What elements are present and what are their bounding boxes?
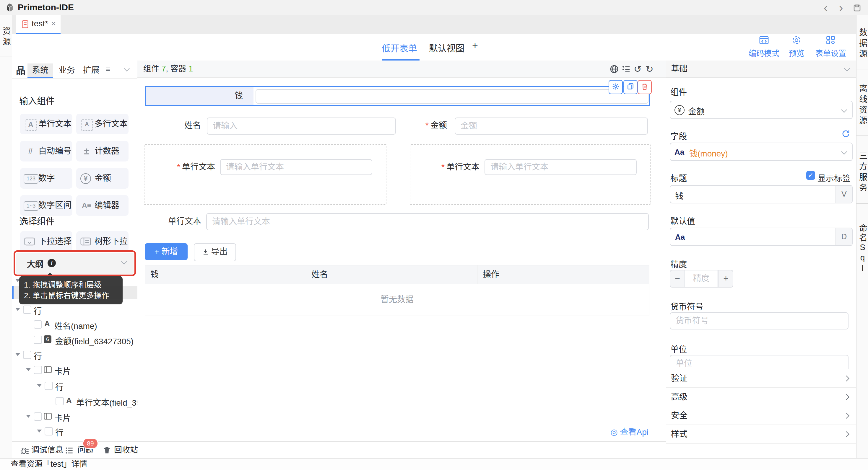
- add-view-button[interactable]: +: [472, 40, 478, 52]
- palette-item-number-range[interactable]: 1~3 数字区间: [20, 195, 72, 216]
- tree-row-name-field[interactable]: A 姓名(name): [12, 318, 137, 331]
- view-api-link[interactable]: ◎ 查看Api: [563, 426, 649, 437]
- caret-down-icon[interactable]: [16, 353, 20, 356]
- palette-item-money[interactable]: ¥ 金额: [76, 168, 128, 189]
- palette-item-single-text[interactable]: A 单行文本: [20, 114, 72, 134]
- tab-default-view[interactable]: 默认视图: [429, 41, 464, 54]
- default-value-input[interactable]: Aa D: [670, 228, 852, 246]
- dock-tab-namedsql[interactable]: 命名Sql: [857, 210, 868, 287]
- outline-tree-icon[interactable]: [621, 64, 631, 74]
- props-section-validation[interactable]: 验证: [666, 369, 856, 388]
- field-select[interactable]: Aa 钱(money): [670, 143, 852, 161]
- component-grid-icon[interactable]: 品: [16, 63, 25, 76]
- single-text-input[interactable]: 请输入单行文本: [485, 159, 637, 175]
- tree-row-single-text-field[interactable]: A 单行文本(field_391: [12, 395, 137, 408]
- palette-item-multi-text[interactable]: A 多行文本: [76, 114, 128, 134]
- currency-symbol-input[interactable]: 货币符号: [670, 312, 848, 330]
- palette-tab-system[interactable]: 系统: [28, 64, 53, 77]
- info-icon[interactable]: i: [48, 259, 56, 267]
- default-data-button[interactable]: D: [836, 228, 852, 245]
- name-field-input[interactable]: 请输入: [207, 118, 396, 135]
- caret-down-icon[interactable]: [37, 430, 42, 433]
- recycle-bin-button[interactable]: 回收站: [114, 442, 138, 459]
- checkbox[interactable]: [44, 427, 53, 435]
- debug-bug-icon[interactable]: [20, 446, 29, 455]
- tree-row-row[interactable]: 行: [12, 303, 137, 316]
- palette-item-auto-number[interactable]: # 自动编号: [20, 141, 72, 162]
- export-button[interactable]: 导出: [194, 243, 236, 261]
- palette-item-dropdown[interactable]: 下拉选择: [20, 231, 72, 252]
- money-field-input[interactable]: [255, 89, 649, 104]
- add-row-button[interactable]: + 新增: [145, 243, 188, 260]
- palette-tab-business[interactable]: 业务: [57, 64, 77, 77]
- outline-header-highlighted[interactable]: 大纲 i: [13, 250, 136, 276]
- column-header[interactable]: 钱: [145, 265, 306, 284]
- doc-tab-test[interactable]: test* ×: [16, 15, 61, 33]
- title-variable-button[interactable]: V: [836, 186, 852, 203]
- save-icon[interactable]: [852, 4, 862, 12]
- palette-item-counter[interactable]: ± 计数器: [76, 141, 128, 162]
- dock-tab-datasource[interactable]: 数据源: [857, 19, 868, 69]
- tree-row-card[interactable]: 卡片: [12, 363, 137, 376]
- caret-down-icon[interactable]: [37, 384, 42, 387]
- palette-menu-icon[interactable]: ≡: [106, 65, 110, 74]
- amount-field-input[interactable]: 金额: [455, 118, 648, 135]
- component-select[interactable]: ¥ 金额: [670, 101, 852, 119]
- redo-icon[interactable]: ↻: [646, 64, 653, 74]
- checkbox[interactable]: [44, 382, 53, 390]
- i18n-globe-icon[interactable]: [610, 64, 619, 74]
- card-container[interactable]: *单行文本 请输入单行文本: [410, 144, 651, 205]
- palette-item-editor[interactable]: A≡ 编辑器: [76, 195, 128, 216]
- column-header[interactable]: 操作: [477, 265, 649, 284]
- problems-list-icon[interactable]: [65, 446, 73, 455]
- dock-tab-offline[interactable]: 离线资源: [857, 74, 868, 136]
- show-label-checkbox[interactable]: ✓: [806, 171, 815, 180]
- props-section-style[interactable]: 样式: [666, 425, 856, 444]
- checkbox[interactable]: [23, 306, 31, 314]
- component-copy-button[interactable]: [623, 80, 638, 94]
- checkbox[interactable]: [34, 336, 42, 344]
- props-section-security[interactable]: 安全: [666, 406, 856, 425]
- nav-forward-icon[interactable]: ›: [839, 2, 843, 13]
- undo-icon[interactable]: ↺: [634, 64, 642, 74]
- recycle-trash-icon[interactable]: [103, 446, 111, 455]
- single-text-input[interactable]: 请输入单行文本: [206, 213, 649, 230]
- props-section-basic[interactable]: 基础: [666, 61, 856, 78]
- palette-item-number[interactable]: 123 数字: [20, 168, 72, 189]
- palette-tab-extension[interactable]: 扩展: [81, 64, 101, 77]
- caret-down-icon[interactable]: [26, 415, 31, 418]
- tree-row-card[interactable]: 卡片: [12, 410, 137, 423]
- checkbox[interactable]: [34, 366, 42, 374]
- component-delete-button[interactable]: [638, 80, 652, 94]
- chevron-down-icon[interactable]: [124, 66, 130, 71]
- tree-row-amount-field[interactable]: 6 金额(field_63427305): [12, 333, 137, 346]
- checkbox[interactable]: [23, 351, 31, 359]
- close-icon[interactable]: ×: [51, 19, 56, 28]
- checkbox[interactable]: [34, 320, 42, 329]
- precision-input[interactable]: 精度: [685, 270, 717, 287]
- stepper-minus-button[interactable]: −: [670, 270, 685, 287]
- form-settings-button[interactable]: 表单设置: [804, 36, 857, 58]
- caret-down-icon[interactable]: [26, 368, 31, 371]
- single-text-input[interactable]: 请输入单行文本: [220, 159, 372, 175]
- component-settings-button[interactable]: [609, 80, 623, 94]
- nav-back-icon[interactable]: ‹: [824, 2, 828, 13]
- tab-lowcode-form[interactable]: 低开表单: [382, 41, 417, 54]
- checkbox[interactable]: [34, 412, 42, 421]
- tree-row-row[interactable]: 行: [12, 348, 137, 361]
- stepper-plus-button[interactable]: +: [718, 270, 733, 287]
- tree-row-row[interactable]: 行: [12, 425, 137, 438]
- tree-row-row[interactable]: 行: [12, 379, 137, 392]
- caret-down-icon[interactable]: [16, 308, 20, 311]
- palette-item-tree-dropdown[interactable]: 树形下拉: [76, 231, 128, 252]
- card-container[interactable]: *单行文本 请输入单行文本: [144, 144, 386, 205]
- selected-money-field[interactable]: 钱: [145, 86, 650, 106]
- code-mode-button[interactable]: 编码模式: [740, 36, 788, 58]
- column-header[interactable]: 姓名: [306, 265, 477, 284]
- debug-info-button[interactable]: 调试信息: [31, 442, 63, 459]
- props-section-advanced[interactable]: 高级: [666, 387, 856, 406]
- dock-tab-resources[interactable]: 资源: [0, 20, 12, 55]
- checkbox[interactable]: [56, 397, 64, 405]
- dock-tab-thirdparty[interactable]: 三方服务: [857, 142, 868, 204]
- title-input[interactable]: 钱 V: [670, 185, 852, 203]
